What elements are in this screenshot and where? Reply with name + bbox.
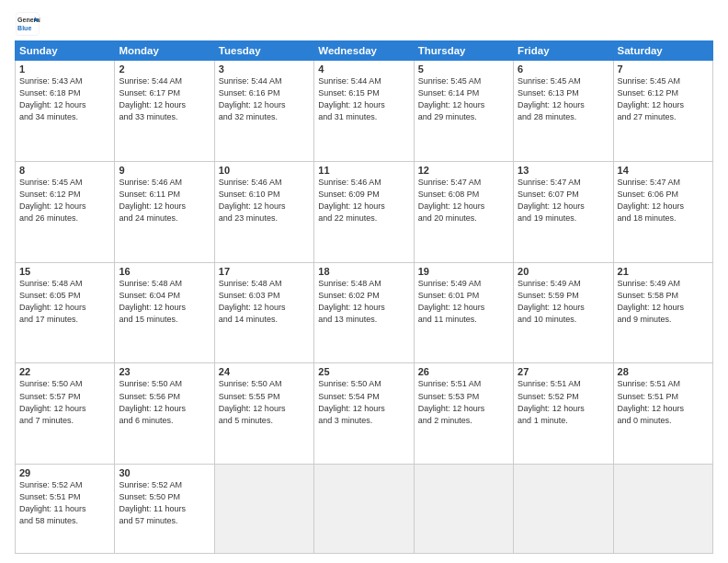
day-number: 27 [518, 366, 609, 377]
calendar-cell: 2Sunrise: 5:44 AM Sunset: 6:17 PM Daylig… [115, 61, 214, 162]
day-number: 3 [219, 63, 310, 75]
col-header-sunday: Sunday [16, 41, 115, 61]
day-info: Sunrise: 5:48 AM Sunset: 6:03 PM Dayligh… [219, 278, 310, 326]
day-number: 14 [618, 165, 709, 176]
calendar-cell: 26Sunrise: 5:51 AM Sunset: 5:53 PM Dayli… [414, 363, 513, 465]
day-number: 6 [518, 63, 609, 75]
day-info: Sunrise: 5:44 AM Sunset: 6:16 PM Dayligh… [219, 75, 310, 123]
calendar-cell: 21Sunrise: 5:49 AM Sunset: 5:58 PM Dayli… [613, 262, 712, 363]
day-number: 30 [119, 467, 210, 478]
day-number: 5 [418, 63, 509, 75]
calendar-cell: 15Sunrise: 5:48 AM Sunset: 6:05 PM Dayli… [16, 262, 115, 363]
calendar-cell: 6Sunrise: 5:45 AM Sunset: 6:13 PM Daylig… [514, 61, 613, 162]
day-info: Sunrise: 5:50 AM Sunset: 5:54 PM Dayligh… [318, 378, 409, 426]
calendar: SundayMondayTuesdayWednesdayThursdayFrid… [15, 40, 713, 554]
day-info: Sunrise: 5:45 AM Sunset: 6:14 PM Dayligh… [418, 75, 509, 123]
day-info: Sunrise: 5:52 AM Sunset: 5:50 PM Dayligh… [119, 479, 210, 527]
day-number: 18 [318, 266, 409, 277]
calendar-cell [414, 465, 513, 554]
logo-icon: General Blue [15, 11, 40, 37]
calendar-cell: 29Sunrise: 5:52 AM Sunset: 5:51 PM Dayli… [16, 465, 115, 554]
calendar-cell: 24Sunrise: 5:50 AM Sunset: 5:55 PM Dayli… [214, 363, 313, 465]
calendar-cell: 18Sunrise: 5:48 AM Sunset: 6:02 PM Dayli… [314, 262, 414, 363]
calendar-cell: 28Sunrise: 5:51 AM Sunset: 5:51 PM Dayli… [613, 363, 712, 465]
calendar-cell: 20Sunrise: 5:49 AM Sunset: 5:59 PM Dayli… [514, 262, 613, 363]
day-info: Sunrise: 5:45 AM Sunset: 6:13 PM Dayligh… [518, 75, 609, 123]
calendar-week-row: 8Sunrise: 5:45 AM Sunset: 6:12 PM Daylig… [16, 161, 713, 262]
day-info: Sunrise: 5:46 AM Sunset: 6:11 PM Dayligh… [119, 177, 210, 224]
calendar-header-row: SundayMondayTuesdayWednesdayThursdayFrid… [16, 41, 713, 61]
day-info: Sunrise: 5:50 AM Sunset: 5:55 PM Dayligh… [219, 378, 310, 426]
day-info: Sunrise: 5:51 AM Sunset: 5:51 PM Dayligh… [618, 378, 709, 426]
calendar-cell: 4Sunrise: 5:44 AM Sunset: 6:15 PM Daylig… [314, 61, 414, 162]
day-number: 2 [119, 63, 210, 75]
day-number: 7 [618, 63, 709, 75]
day-number: 22 [19, 366, 110, 377]
calendar-cell: 12Sunrise: 5:47 AM Sunset: 6:08 PM Dayli… [414, 161, 513, 262]
col-header-tuesday: Tuesday [214, 41, 313, 61]
day-info: Sunrise: 5:46 AM Sunset: 6:10 PM Dayligh… [219, 177, 310, 224]
calendar-cell [214, 465, 313, 554]
day-number: 25 [318, 366, 409, 377]
day-info: Sunrise: 5:44 AM Sunset: 6:17 PM Dayligh… [119, 75, 210, 123]
day-info: Sunrise: 5:48 AM Sunset: 6:04 PM Dayligh… [119, 278, 210, 326]
calendar-cell [314, 465, 414, 554]
day-info: Sunrise: 5:46 AM Sunset: 6:09 PM Dayligh… [318, 177, 409, 224]
calendar-cell [514, 465, 613, 554]
day-info: Sunrise: 5:50 AM Sunset: 5:56 PM Dayligh… [119, 378, 210, 426]
calendar-cell: 16Sunrise: 5:48 AM Sunset: 6:04 PM Dayli… [115, 262, 214, 363]
calendar-cell: 19Sunrise: 5:49 AM Sunset: 6:01 PM Dayli… [414, 262, 513, 363]
day-info: Sunrise: 5:51 AM Sunset: 5:53 PM Dayligh… [418, 378, 509, 426]
calendar-cell: 3Sunrise: 5:44 AM Sunset: 6:16 PM Daylig… [214, 61, 313, 162]
day-info: Sunrise: 5:45 AM Sunset: 6:12 PM Dayligh… [19, 177, 110, 224]
col-header-thursday: Thursday [414, 41, 513, 61]
day-number: 10 [219, 165, 310, 176]
day-info: Sunrise: 5:48 AM Sunset: 6:02 PM Dayligh… [318, 278, 409, 326]
day-info: Sunrise: 5:49 AM Sunset: 5:58 PM Dayligh… [618, 278, 709, 326]
day-info: Sunrise: 5:45 AM Sunset: 6:12 PM Dayligh… [618, 75, 709, 123]
calendar-cell: 22Sunrise: 5:50 AM Sunset: 5:57 PM Dayli… [16, 363, 115, 465]
calendar-cell [613, 465, 712, 554]
calendar-week-row: 29Sunrise: 5:52 AM Sunset: 5:51 PM Dayli… [16, 465, 713, 554]
calendar-cell: 17Sunrise: 5:48 AM Sunset: 6:03 PM Dayli… [214, 262, 313, 363]
day-number: 8 [19, 165, 110, 176]
day-number: 19 [418, 266, 509, 277]
day-number: 24 [219, 366, 310, 377]
calendar-cell: 25Sunrise: 5:50 AM Sunset: 5:54 PM Dayli… [314, 363, 414, 465]
calendar-week-row: 22Sunrise: 5:50 AM Sunset: 5:57 PM Dayli… [16, 363, 713, 465]
day-number: 29 [19, 467, 110, 478]
day-info: Sunrise: 5:51 AM Sunset: 5:52 PM Dayligh… [518, 378, 609, 426]
day-info: Sunrise: 5:43 AM Sunset: 6:18 PM Dayligh… [19, 75, 110, 123]
day-number: 28 [618, 366, 709, 377]
day-info: Sunrise: 5:47 AM Sunset: 6:07 PM Dayligh… [518, 177, 609, 224]
day-number: 15 [19, 266, 110, 277]
day-info: Sunrise: 5:50 AM Sunset: 5:57 PM Dayligh… [19, 378, 110, 426]
day-info: Sunrise: 5:49 AM Sunset: 5:59 PM Dayligh… [518, 278, 609, 326]
day-info: Sunrise: 5:52 AM Sunset: 5:51 PM Dayligh… [19, 479, 110, 527]
day-number: 26 [418, 366, 509, 377]
day-number: 12 [418, 165, 509, 176]
day-number: 11 [318, 165, 409, 176]
logo: General Blue [15, 11, 44, 37]
day-number: 20 [518, 266, 609, 277]
day-number: 9 [119, 165, 210, 176]
svg-text:Blue: Blue [17, 25, 31, 31]
calendar-cell: 14Sunrise: 5:47 AM Sunset: 6:06 PM Dayli… [613, 161, 712, 262]
calendar-cell: 11Sunrise: 5:46 AM Sunset: 6:09 PM Dayli… [314, 161, 414, 262]
day-number: 23 [119, 366, 210, 377]
day-number: 21 [618, 266, 709, 277]
day-number: 4 [318, 63, 409, 75]
calendar-cell: 30Sunrise: 5:52 AM Sunset: 5:50 PM Dayli… [115, 465, 214, 554]
day-info: Sunrise: 5:44 AM Sunset: 6:15 PM Dayligh… [318, 75, 409, 123]
col-header-saturday: Saturday [613, 41, 712, 61]
day-number: 13 [518, 165, 609, 176]
calendar-cell: 5Sunrise: 5:45 AM Sunset: 6:14 PM Daylig… [414, 61, 513, 162]
svg-rect-0 [17, 13, 40, 36]
page: General Blue SundayMondayTuesdayWednesda… [0, 0, 728, 563]
day-number: 17 [219, 266, 310, 277]
calendar-cell: 8Sunrise: 5:45 AM Sunset: 6:12 PM Daylig… [16, 161, 115, 262]
calendar-cell: 9Sunrise: 5:46 AM Sunset: 6:11 PM Daylig… [115, 161, 214, 262]
calendar-cell: 1Sunrise: 5:43 AM Sunset: 6:18 PM Daylig… [16, 61, 115, 162]
calendar-cell: 23Sunrise: 5:50 AM Sunset: 5:56 PM Dayli… [115, 363, 214, 465]
calendar-cell: 27Sunrise: 5:51 AM Sunset: 5:52 PM Dayli… [514, 363, 613, 465]
